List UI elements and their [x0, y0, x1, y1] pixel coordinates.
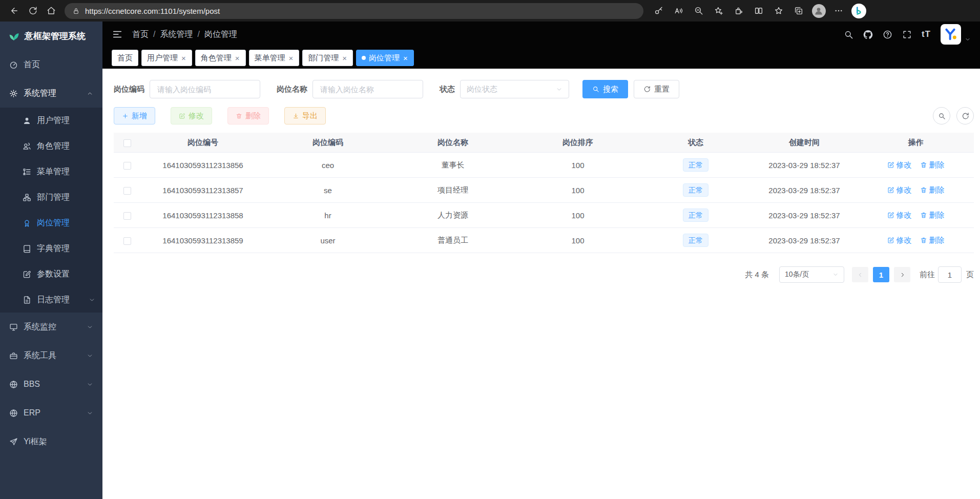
post-code-input[interactable]: [150, 80, 260, 98]
sidebar-item-log-mgmt[interactable]: 日志管理: [0, 287, 102, 313]
tab-close-icon[interactable]: ×: [403, 54, 408, 62]
favorites-icon[interactable]: [769, 2, 788, 19]
row-edit-button[interactable]: 修改: [887, 236, 912, 245]
tab-role-mgmt[interactable]: 角色管理 ×: [195, 50, 246, 66]
tab-post-mgmt[interactable]: 岗位管理 ×: [356, 50, 414, 66]
sidebar-item-erp[interactable]: ERP: [0, 399, 102, 427]
chevron-down-icon: [832, 272, 839, 278]
goto-page-input[interactable]: [938, 266, 962, 283]
split-screen-icon[interactable]: [749, 2, 768, 19]
sidebar-item-system-tools[interactable]: 系统工具: [0, 341, 102, 370]
logo-leaf-icon: [8, 30, 19, 41]
password-key-icon[interactable]: [650, 2, 668, 19]
site-info-icon[interactable]: [72, 7, 80, 15]
sidebar-item-bbs[interactable]: BBS: [0, 370, 102, 399]
edit-icon: [23, 270, 31, 279]
sidebar-item-dept-mgmt[interactable]: 部门管理: [0, 184, 102, 210]
browser-settings-menu-icon[interactable]: [829, 2, 848, 19]
tab-user-mgmt[interactable]: 用户管理 ×: [141, 50, 192, 66]
status-cell: 正常: [640, 234, 751, 247]
extensions-icon[interactable]: [729, 2, 748, 19]
header-actions: tT: [844, 24, 971, 45]
prev-page-button[interactable]: [852, 267, 868, 282]
user-avatar[interactable]: [941, 24, 971, 45]
browser-profile-avatar[interactable]: [809, 2, 828, 19]
edit-icon: [887, 186, 894, 194]
sidebar-item-home[interactable]: 首页: [0, 50, 102, 79]
collections-icon[interactable]: [789, 2, 808, 19]
read-aloud-icon[interactable]: [670, 2, 688, 19]
browser-home-button[interactable]: [42, 2, 60, 19]
post-table: 岗位编号 岗位编码 岗位名称 岗位排序 状态 创建时间 操作 164103059…: [114, 133, 974, 253]
breadcrumb-home[interactable]: 首页: [132, 29, 149, 40]
browser-refresh-button[interactable]: [24, 2, 42, 19]
status-select[interactable]: 岗位状态: [460, 80, 569, 98]
sidebar-item-post-mgmt[interactable]: 岗位管理: [0, 210, 102, 236]
row-delete-button[interactable]: 删除: [920, 211, 945, 220]
post-sort: 100: [515, 211, 640, 220]
sidebar-item-system-monitor[interactable]: 系统监控: [0, 313, 102, 341]
row-delete-button[interactable]: 删除: [920, 236, 945, 245]
sidebar-item-menu-mgmt[interactable]: 菜单管理: [0, 159, 102, 184]
row-delete-button[interactable]: 删除: [920, 160, 945, 170]
tab-label: 岗位管理: [369, 53, 400, 63]
sidebar-item-system-mgmt[interactable]: 系统管理: [0, 79, 102, 108]
refresh-table-button[interactable]: [956, 107, 974, 124]
sidebar-item-yi-framework[interactable]: Yi框架: [0, 427, 102, 456]
zoom-out-icon[interactable]: [690, 2, 708, 19]
tab-close-icon[interactable]: ×: [288, 54, 294, 62]
font-size-icon[interactable]: tT: [922, 29, 931, 39]
delete-button[interactable]: 删除: [227, 107, 269, 124]
toggle-search-button[interactable]: [933, 107, 950, 124]
fullscreen-icon[interactable]: [902, 30, 912, 39]
tab-close-icon[interactable]: ×: [235, 54, 240, 62]
row-edit-button[interactable]: 修改: [887, 185, 912, 195]
export-button[interactable]: 导出: [284, 107, 326, 124]
status-select-placeholder: 岗位状态: [467, 85, 497, 94]
row-edit-button[interactable]: 修改: [887, 211, 912, 220]
app-header: 首页 / 系统管理 / 岗位管理 tT: [102, 22, 980, 47]
sidebar-item-label: 首页: [24, 59, 40, 70]
row-delete-button[interactable]: 删除: [920, 185, 945, 195]
post-code: se: [265, 186, 390, 195]
edit-button[interactable]: 修改: [171, 107, 212, 124]
sidebar-item-role-mgmt[interactable]: 角色管理: [0, 133, 102, 159]
row-checkbox[interactable]: [123, 212, 131, 220]
add-button[interactable]: 新增: [114, 107, 155, 124]
sidebar-item-label: 参数设置: [37, 269, 70, 280]
tab-close-icon[interactable]: ×: [342, 54, 347, 62]
tab-dept-mgmt[interactable]: 部门管理 ×: [302, 50, 353, 66]
sidebar-item-user-mgmt[interactable]: 用户管理: [0, 108, 102, 133]
reset-button[interactable]: 重置: [634, 80, 679, 98]
tab-home[interactable]: 首页: [112, 50, 138, 66]
browser-back-button[interactable]: [5, 2, 24, 19]
post-name-input[interactable]: [312, 80, 423, 98]
tab-close-icon[interactable]: ×: [181, 54, 186, 62]
row-checkbox[interactable]: [123, 187, 131, 195]
search-icon[interactable]: [844, 30, 853, 39]
next-page-button[interactable]: [894, 267, 910, 282]
sidebar-toggle-icon[interactable]: [112, 29, 123, 40]
breadcrumb-system-mgmt[interactable]: 系统管理: [160, 29, 193, 40]
row-checkbox-cell: [114, 236, 140, 245]
github-icon[interactable]: [863, 30, 873, 39]
page-1-button[interactable]: 1: [873, 267, 889, 282]
search-button[interactable]: 搜索: [582, 80, 628, 98]
favorites-add-icon[interactable]: [710, 2, 728, 19]
row-edit-button[interactable]: 修改: [887, 160, 912, 170]
row-checkbox[interactable]: [123, 237, 131, 245]
select-all-checkbox[interactable]: [123, 139, 131, 147]
sidebar-item-dict-mgmt[interactable]: 字典管理: [0, 236, 102, 261]
page-size-select[interactable]: 10条/页: [779, 266, 844, 283]
address-bar[interactable]: https://ccnetcore.com:1101/system/post: [65, 3, 643, 19]
sidebar-item-label: 系统管理: [24, 88, 56, 99]
sidebar-item-param-settings[interactable]: 参数设置: [0, 261, 102, 287]
row-checkbox[interactable]: [123, 162, 131, 170]
tab-menu-mgmt[interactable]: 菜单管理 ×: [249, 50, 300, 66]
search-button-label: 搜索: [603, 85, 618, 94]
bing-copilot-icon[interactable]: [851, 4, 866, 18]
help-icon[interactable]: [883, 30, 892, 39]
post-name: 人力资源: [390, 211, 515, 220]
status-badge: 正常: [683, 158, 708, 172]
browser-actions: [650, 2, 866, 19]
